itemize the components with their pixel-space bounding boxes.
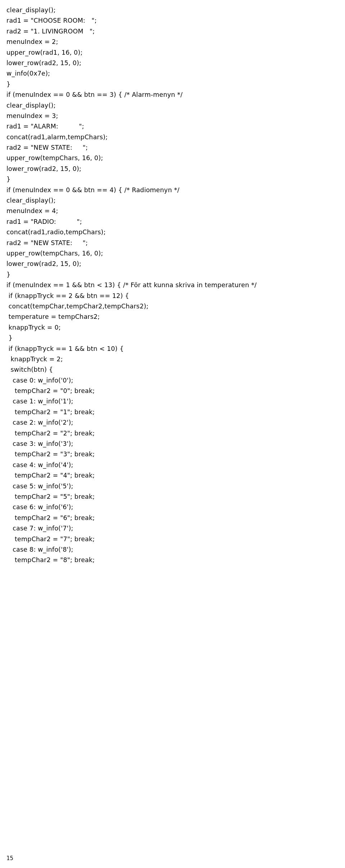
code-line: } [6, 333, 345, 343]
code-line: if (knappTryck == 1 && btn < 10) { [6, 344, 345, 354]
code-line: temperature = tempChars2; [6, 312, 345, 322]
code-line: tempChar2 = "7"; break; [6, 534, 345, 544]
code-line: lower_row(rad2, 15, 0); [6, 164, 345, 174]
code-line: switch(btn) { [6, 365, 345, 375]
code-line: if (menuIndex == 0 && btn == 4) { /* Rad… [6, 185, 345, 195]
code-line: if (knappTryck == 2 && btn == 12) { [6, 291, 345, 301]
code-line: knappTryck = 0; [6, 322, 345, 333]
code-line: case 2: w_info('2'); [6, 417, 345, 428]
code-line: clear_display(); [6, 195, 345, 206]
document-page: clear_display(); rad1 = "CHOOSE ROOM: ";… [0, 0, 345, 868]
code-line: clear_display(); [6, 100, 345, 111]
code-line: upper_row(tempChars, 16, 0); [6, 248, 345, 259]
code-line: lower_row(rad2, 15, 0); [6, 58, 345, 68]
code-line: if (menuIndex == 0 && btn == 3) { /* Ala… [6, 90, 345, 100]
code-line: rad2 = "1. LIVINGROOM "; [6, 26, 345, 37]
code-line: case 5: w_info('5'); [6, 481, 345, 492]
code-line: if (menuIndex == 1 && btn < 13) { /* För… [6, 280, 345, 290]
code-line: } [6, 174, 345, 185]
code-line: case 3: w_info('3'); [6, 439, 345, 449]
code-line: case 1: w_info('1'); [6, 396, 345, 407]
code-line: lower_row(rad2, 15, 0); [6, 259, 345, 269]
code-line: concat(rad1,alarm,tempChars); [6, 132, 345, 143]
code-line: case 0: w_info('0'); [6, 375, 345, 386]
code-line: rad1 = "RADIO: "; [6, 217, 345, 227]
code-line: case 4: w_info('4'); [6, 460, 345, 470]
code-line: tempChar2 = "4"; break; [6, 470, 345, 481]
code-line: knappTryck = 2; [6, 354, 345, 365]
code-line: clear_display(); [6, 5, 345, 15]
code-line: } [6, 79, 345, 90]
code-line: tempChar2 = "8"; break; [6, 555, 345, 565]
code-line: tempChar2 = "3"; break; [6, 449, 345, 460]
code-line: case 7: w_info('7'); [6, 523, 345, 534]
page-number: 15 [6, 854, 13, 863]
code-line: concat(rad1,radio,tempChars); [6, 227, 345, 238]
code-line: menuIndex = 2; [6, 37, 345, 47]
code-line: menuIndex = 3; [6, 111, 345, 121]
code-line: menuIndex = 4; [6, 206, 345, 216]
code-line: case 8: w_info('8'); [6, 544, 345, 555]
code-line: rad2 = "NEW STATE: "; [6, 143, 345, 153]
code-line: tempChar2 = "1"; break; [6, 407, 345, 417]
code-line: tempChar2 = "5"; break; [6, 492, 345, 502]
code-line: w_info(0x7e); [6, 68, 345, 79]
code-line: } [6, 270, 345, 280]
code-line: tempChar2 = "0"; break; [6, 386, 345, 396]
code-line: case 6: w_info('6'); [6, 502, 345, 512]
code-line: tempChar2 = "6"; break; [6, 513, 345, 523]
code-line: upper_row(tempChars, 16, 0); [6, 153, 345, 163]
code-line: rad1 = "CHOOSE ROOM: "; [6, 15, 345, 26]
code-block: clear_display(); rad1 = "CHOOSE ROOM: ";… [6, 5, 345, 566]
code-line: tempChar2 = "2"; break; [6, 428, 345, 439]
code-line: rad1 = "ALARM: "; [6, 121, 345, 132]
code-line: concat(tempChar,tempChar2,tempChars2); [6, 301, 345, 312]
code-line: rad2 = "NEW STATE: "; [6, 238, 345, 248]
code-line: upper_row(rad1, 16, 0); [6, 48, 345, 58]
